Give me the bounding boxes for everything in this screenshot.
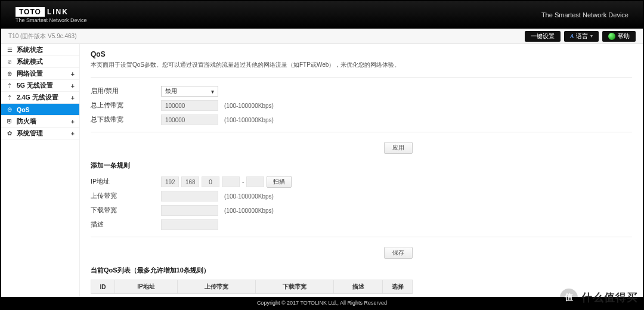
divider	[91, 237, 632, 237]
sidebar-item-firewall[interactable]: ⛨防火墙+	[1, 116, 79, 128]
expand-icon: +	[71, 70, 75, 78]
ip-label: IP地址	[91, 178, 161, 186]
rule-upload-label: 上传带宽	[91, 192, 161, 200]
sidebar-item-label: 系统管理	[17, 129, 67, 138]
dash-separator: -	[242, 179, 244, 185]
range-hint: (100-100000Kbps)	[224, 103, 274, 109]
expand-icon: +	[71, 130, 75, 137]
total-upload-input[interactable]	[161, 100, 218, 111]
globe-icon: ⊕	[6, 70, 13, 77]
qos-table: ID IP地址 上传带宽 下载带宽 描述 选择	[91, 280, 413, 294]
rule-download-input[interactable]	[161, 205, 218, 216]
mode-icon: ⎚	[6, 58, 13, 65]
rule-desc-label: 描述	[91, 221, 161, 229]
help-button[interactable]: 帮助	[602, 31, 636, 42]
scan-button[interactable]: 扫描	[267, 176, 292, 188]
ip-octet-2[interactable]	[181, 176, 199, 187]
list-icon: ☰	[6, 46, 13, 53]
copyright: Copyright © 2017 TOTOLINK Ltd., All Righ…	[257, 300, 387, 306]
firmware-version: T10 (固件版本 V5.9c.463)	[8, 32, 76, 41]
watermark-badge: 值	[560, 289, 578, 306]
logo-right: LINK	[47, 8, 69, 16]
sidebar-item-system-status[interactable]: ☰系统状态	[1, 44, 79, 56]
sidebar-item-system-admin[interactable]: ✿系统管理+	[1, 128, 79, 140]
ip-range-end[interactable]	[246, 176, 264, 187]
divider	[91, 78, 632, 78]
sidebar-item-system-mode[interactable]: ⎚系统模式	[1, 56, 79, 68]
sidebar-item-label: 网络设置	[17, 70, 67, 78]
ip-octet-1[interactable]	[161, 176, 179, 187]
divider	[91, 132, 632, 132]
sidebar-item-qos[interactable]: ⊝QoS	[1, 104, 79, 116]
qos-table-title: 当前QoS列表（最多允许增加10条规则）	[91, 266, 632, 275]
rule-upload-input[interactable]	[161, 191, 218, 202]
language-icon: A	[570, 33, 574, 39]
wifi-icon: ⇡	[6, 82, 13, 89]
range-hint: (100-100000Kbps)	[224, 117, 274, 123]
col-select: 选择	[383, 280, 413, 294]
logo-left: TOTO	[16, 7, 45, 17]
expand-icon: +	[71, 82, 75, 89]
col-download: 下载带宽	[256, 280, 334, 294]
sidebar-item-label: 2.4G 无线设置	[17, 94, 67, 102]
total-download-label: 总下载带宽	[91, 116, 161, 124]
rule-download-label: 下载带宽	[91, 206, 161, 215]
chevron-down-icon: ▾	[590, 33, 593, 39]
watermark-text: 什么值得买	[581, 290, 638, 305]
col-ip: IP地址	[115, 280, 178, 294]
sidebar-item-5g-wireless[interactable]: ⇡5G 无线设置+	[1, 80, 79, 92]
add-rule-title: 添加一条规则	[91, 161, 632, 170]
sidebar-item-label: 防火墙	[17, 117, 67, 126]
ip-octet-3[interactable]	[202, 176, 219, 187]
sidebar-item-label: 系统模式	[17, 58, 75, 66]
brand-logo: TOTO LINK The Smartest Network Device	[16, 7, 87, 23]
range-hint: (100-100000Kbps)	[224, 193, 274, 200]
col-upload: 上传带宽	[178, 280, 256, 294]
brand-tagline-left: The Smartest Network Device	[16, 17, 87, 23]
sidebar-item-network[interactable]: ⊕网络设置+	[1, 68, 79, 80]
sidebar-item-label: 5G 无线设置	[17, 82, 67, 90]
language-label: 语言	[576, 32, 588, 41]
total-upload-label: 总上传带宽	[91, 101, 161, 110]
enable-value: 禁用	[165, 87, 177, 95]
footer: Copyright © 2017 TOTOLINK Ltd., All Righ…	[1, 297, 643, 309]
qos-icon: ⊝	[6, 106, 13, 113]
brand-tagline-right: The Smartest Network Device	[541, 11, 628, 18]
watermark: 值 什么值得买	[560, 289, 638, 306]
col-desc: 描述	[334, 280, 383, 294]
chevron-down-icon: ▾	[211, 88, 214, 95]
page-description: 本页面用于设置QoS参数。您可以通过设置游戏的流量超过其他的网络流量（如FTP或…	[91, 61, 632, 69]
app-header: TOTO LINK The Smartest Network Device Th…	[1, 1, 643, 29]
wifi-icon: ⇡	[6, 94, 13, 101]
ip-octet-4[interactable]	[222, 176, 240, 187]
language-button[interactable]: A语言▾	[564, 31, 599, 42]
sidebar-item-label: 系统状态	[17, 46, 75, 54]
shield-icon: ⛨	[6, 118, 13, 125]
toolbar: T10 (固件版本 V5.9c.463) 一键设置 A语言▾ 帮助	[1, 29, 643, 44]
help-label: 帮助	[618, 32, 630, 41]
expand-icon: +	[71, 118, 75, 125]
sidebar-item-24g-wireless[interactable]: ⇡2.4G 无线设置+	[1, 92, 79, 104]
gear-icon: ✿	[6, 130, 13, 137]
save-button[interactable]: 保存	[384, 247, 413, 259]
enable-label: 启用/禁用	[91, 87, 161, 95]
help-icon	[608, 33, 615, 40]
sidebar-item-label: QoS	[17, 106, 75, 113]
total-download-input[interactable]	[161, 114, 218, 125]
sidebar: ☰系统状态 ⎚系统模式 ⊕网络设置+ ⇡5G 无线设置+ ⇡2.4G 无线设置+…	[1, 44, 80, 297]
main-content: QoS 本页面用于设置QoS参数。您可以通过设置游戏的流量超过其他的网络流量（如…	[80, 44, 643, 297]
col-id: ID	[91, 280, 115, 294]
expand-icon: +	[71, 94, 75, 101]
page-title: QoS	[91, 50, 632, 58]
rule-desc-input[interactable]	[161, 219, 218, 230]
apply-button[interactable]: 应用	[384, 142, 413, 154]
one-key-setup-button[interactable]: 一键设置	[525, 31, 561, 42]
enable-select[interactable]: 禁用▾	[161, 86, 218, 97]
range-hint: (100-100000Kbps)	[224, 207, 274, 214]
one-key-label: 一键设置	[531, 32, 555, 41]
